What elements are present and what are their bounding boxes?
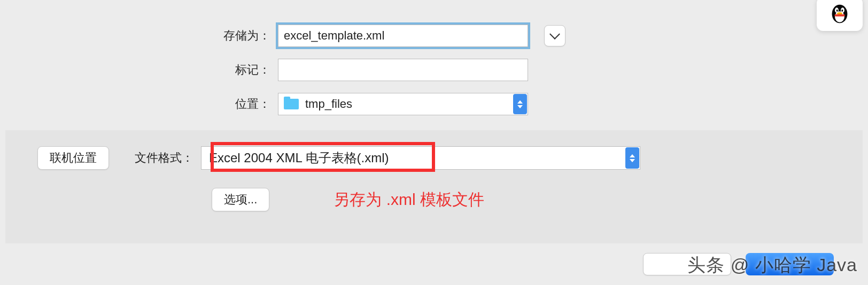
filename-input[interactable] <box>278 25 528 47</box>
svg-point-4 <box>836 10 838 12</box>
location-value: tmp_files <box>305 97 352 111</box>
stepper-icon <box>625 147 639 169</box>
options-panel: 联机位置 文件格式： Excel 2004 XML 电子表格(.xml) 选项.… <box>5 130 863 243</box>
options-button[interactable]: 选项... <box>212 188 269 211</box>
location-select[interactable]: tmp_files <box>278 93 528 115</box>
watermark-text: 头条 @ 小哈学 Java <box>687 253 857 278</box>
file-format-select[interactable]: Excel 2004 XML 电子表格(.xml) <box>201 146 640 170</box>
annotation-text: 另存为 .xml 模板文件 <box>334 189 484 211</box>
folder-icon <box>284 99 299 109</box>
online-locations-button[interactable]: 联机位置 <box>37 146 109 170</box>
location-label: 位置： <box>0 96 278 112</box>
chevron-down-icon <box>549 29 560 39</box>
qq-widget[interactable] <box>817 0 863 31</box>
file-format-value: Excel 2004 XML 电子表格(.xml) <box>209 149 389 167</box>
save-as-label: 存储为： <box>0 28 278 44</box>
file-format-label: 文件格式： <box>135 150 193 166</box>
tags-input[interactable] <box>278 59 528 81</box>
qq-penguin-icon <box>828 2 851 26</box>
svg-rect-7 <box>834 14 844 17</box>
tags-label: 标记： <box>0 62 278 78</box>
expand-button[interactable] <box>544 25 565 46</box>
svg-point-5 <box>841 10 843 12</box>
stepper-icon <box>513 94 527 114</box>
